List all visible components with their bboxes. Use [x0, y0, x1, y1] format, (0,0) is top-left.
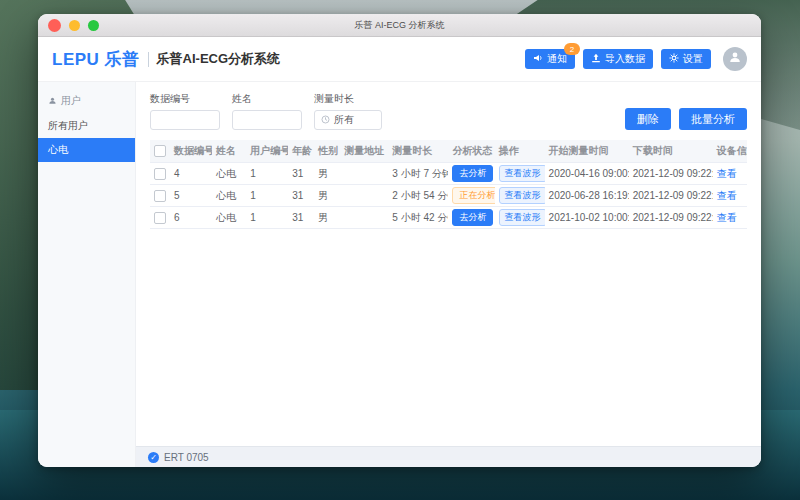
statusbar: ERT 0705: [136, 446, 761, 467]
cell-data-id: 4: [170, 163, 212, 185]
row-checkbox[interactable]: [154, 212, 166, 224]
cell-gender: 男: [314, 163, 340, 185]
cell-start-time: 2021-10-02 10:00:43: [545, 207, 629, 229]
cell-start-time: 2020-04-16 09:00:19: [545, 163, 629, 185]
app-window: 乐普 AI-ECG 分析系统 LEPU 乐普 乐普AI-ECG分析系统 通知 2: [38, 14, 761, 467]
duration-label: 测量时长: [314, 92, 382, 106]
duration-select[interactable]: 所有: [314, 110, 382, 130]
row-checkbox[interactable]: [154, 168, 166, 180]
window-content: 用户 所有用户 心电 数据编号 姓名: [38, 82, 761, 467]
cell-data-id: 5: [170, 185, 212, 207]
view-device-link[interactable]: 查看: [717, 168, 737, 179]
cell-user-id: 1: [246, 207, 288, 229]
cell-address: [340, 207, 388, 229]
sidebar-item-all-users[interactable]: 所有用户: [38, 114, 135, 138]
row-checkbox[interactable]: [154, 190, 166, 202]
main-spacer: [150, 229, 747, 446]
settings-button[interactable]: 设置: [661, 49, 711, 69]
col-header-operation: 操作: [495, 140, 545, 163]
upload-icon: [591, 53, 601, 65]
col-header-address: 测量地址: [340, 140, 388, 163]
cell-duration: 3 小时 7 分钟: [388, 163, 448, 185]
cell-download-time: 2021-12-09 09:22:47: [629, 185, 713, 207]
cell-address: [340, 163, 388, 185]
col-header-gender: 性别: [314, 140, 340, 163]
table-header-row: 数据编号 姓名 用户编号 年龄 性别 测量地址 测量时长 分析状态 操作 开始测…: [150, 140, 747, 163]
cell-download-time: 2021-12-09 09:22:47: [629, 207, 713, 229]
col-header-device-info: 设备信息: [713, 140, 747, 163]
filter-name: 姓名: [232, 92, 302, 130]
cell-user-id: 1: [246, 163, 288, 185]
cell-data-id: 6: [170, 207, 212, 229]
batch-analyze-button[interactable]: 批量分析: [679, 108, 747, 130]
close-window-button[interactable]: [48, 19, 61, 32]
sidebar-section-users: 用户: [38, 90, 135, 114]
name-label: 姓名: [232, 92, 302, 106]
col-header-duration: 测量时长: [388, 140, 448, 163]
analyze-status-button[interactable]: 正在分析: [452, 187, 494, 204]
cell-age: 31: [288, 207, 314, 229]
brand-divider: [148, 52, 149, 67]
data-table: 数据编号 姓名 用户编号 年龄 性别 测量地址 测量时长 分析状态 操作 开始测…: [150, 140, 747, 229]
view-waveform-button[interactable]: 查看波形: [499, 165, 545, 182]
sidebar: 用户 所有用户 心电: [38, 82, 136, 467]
notifications-label: 通知: [547, 52, 567, 66]
duration-select-value: 所有: [334, 113, 354, 127]
data-id-input[interactable]: [150, 110, 220, 130]
header-actions: 通知 2 导入数据 设置: [525, 47, 747, 71]
view-waveform-button[interactable]: 查看波形: [499, 187, 545, 204]
cell-download-time: 2021-12-09 09:22:47: [629, 163, 713, 185]
cell-age: 31: [288, 185, 314, 207]
import-data-label: 导入数据: [605, 52, 645, 66]
select-all-checkbox[interactable]: [154, 145, 166, 157]
filters: 数据编号 姓名 测量时长: [150, 92, 382, 130]
traffic-lights: [48, 14, 99, 36]
view-device-link[interactable]: 查看: [717, 212, 737, 223]
sidebar-section-label: 用户: [61, 94, 81, 108]
analyze-status-button[interactable]: 去分析: [452, 165, 493, 182]
view-device-link[interactable]: 查看: [717, 190, 737, 201]
app-header: LEPU 乐普 乐普AI-ECG分析系统 通知 2 导入数据: [38, 37, 761, 82]
analyze-status-button[interactable]: 去分析: [452, 209, 493, 226]
name-input[interactable]: [232, 110, 302, 130]
settings-label: 设置: [683, 52, 703, 66]
zoom-window-button[interactable]: [88, 20, 99, 31]
notification-badge: 2: [564, 43, 580, 55]
col-header-age: 年龄: [288, 140, 314, 163]
delete-button[interactable]: 删除: [625, 108, 671, 130]
user-avatar[interactable]: [723, 47, 747, 71]
user-icon: [48, 96, 57, 107]
sidebar-item-ecg[interactable]: 心电: [38, 138, 135, 162]
notifications-button[interactable]: 通知 2: [525, 49, 575, 69]
gear-icon: [669, 53, 679, 65]
lepu-logo: LEPU 乐普: [52, 48, 140, 71]
desktop-wallpaper: 乐普 AI-ECG 分析系统 LEPU 乐普 乐普AI-ECG分析系统 通知 2: [0, 0, 800, 500]
status-text: ERT 0705: [164, 452, 209, 463]
cell-age: 31: [288, 163, 314, 185]
minimize-window-button[interactable]: [69, 20, 80, 31]
clock-icon: [321, 115, 330, 126]
check-circle-icon: [148, 452, 159, 463]
data-id-label: 数据编号: [150, 92, 220, 106]
cell-gender: 男: [314, 185, 340, 207]
app-title: 乐普AI-ECG分析系统: [157, 50, 281, 68]
col-header-name: 姓名: [212, 140, 246, 163]
window-titlebar[interactable]: 乐普 AI-ECG 分析系统: [38, 14, 761, 37]
cell-name: 心电: [212, 163, 246, 185]
cell-user-id: 1: [246, 185, 288, 207]
user-icon: [728, 50, 742, 68]
cell-duration: 5 小时 42 分钟: [388, 207, 448, 229]
import-data-button[interactable]: 导入数据: [583, 49, 653, 69]
main-panel: 数据编号 姓名 测量时长: [136, 82, 761, 467]
cell-address: [340, 185, 388, 207]
table-row: 4 心电 1 31 男 3 小时 7 分钟 去分析 查看波形 2020-04-1…: [150, 163, 747, 185]
window-title: 乐普 AI-ECG 分析系统: [38, 19, 761, 32]
megaphone-icon: [533, 53, 543, 65]
cell-name: 心电: [212, 185, 246, 207]
table-row: 6 心电 1 31 男 5 小时 42 分钟 去分析 查看波形 2021-10-…: [150, 207, 747, 229]
col-header-download-time: 下载时间: [629, 140, 713, 163]
cell-duration: 2 小时 54 分钟: [388, 185, 448, 207]
view-waveform-button[interactable]: 查看波形: [499, 209, 545, 226]
filter-data-id: 数据编号: [150, 92, 220, 130]
action-buttons: 删除 批量分析: [625, 108, 747, 130]
